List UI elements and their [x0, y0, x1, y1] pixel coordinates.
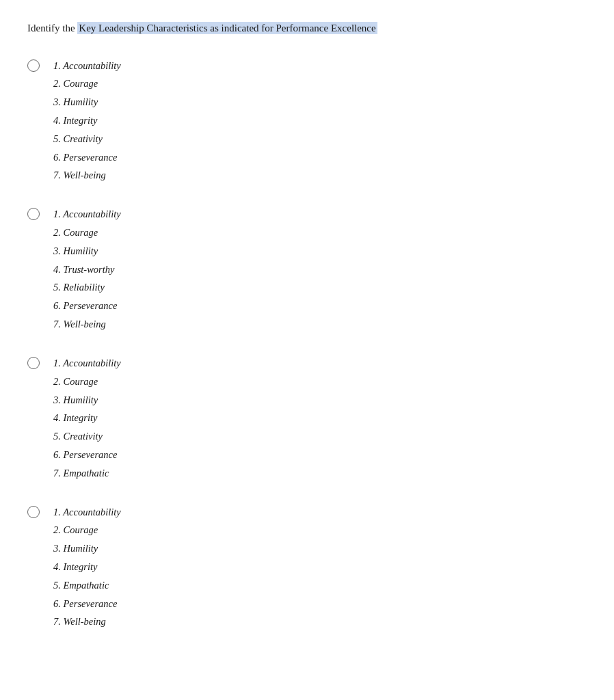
list-item: 3. Humility: [53, 391, 121, 409]
radio-button-3[interactable]: [27, 357, 40, 369]
option-row-3: 1. Accountability2. Courage3. Humility4.…: [27, 354, 587, 483]
list-item: 6. Perseverance: [53, 595, 121, 613]
list-item: 5. Creativity: [53, 427, 121, 446]
list-item: 4. Trust-worthy: [53, 260, 121, 279]
list-item: 5. Reliability: [53, 278, 121, 297]
list-item: 4. Integrity: [53, 111, 121, 130]
option-row-1: 1. Accountability2. Courage3. Humility4.…: [27, 57, 587, 185]
list-item: 1. Accountability: [53, 354, 121, 373]
option-row-4: 1. Accountability2. Courage3. Humility4.…: [27, 503, 587, 632]
list-item: 7. Well-being: [53, 166, 121, 185]
list-item: 2. Courage: [53, 373, 121, 391]
option-list-1: 1. Accountability2. Courage3. Humility4.…: [53, 57, 121, 185]
list-item: 5. Empathatic: [53, 576, 121, 595]
list-item: 5. Creativity: [53, 130, 121, 148]
list-item: 7. Well-being: [53, 612, 121, 631]
option-list-3: 1. Accountability2. Courage3. Humility4.…: [53, 354, 121, 483]
list-item: 3. Humility: [53, 539, 121, 558]
option-row-2: 1. Accountability2. Courage3. Humility4.…: [27, 205, 587, 334]
list-item: 4. Integrity: [53, 409, 121, 427]
list-item: 1. Accountability: [53, 205, 121, 224]
option-list-2: 1. Accountability2. Courage3. Humility4.…: [53, 205, 121, 334]
question-highlight: Key Leadership Characteristics as indica…: [77, 22, 377, 34]
list-item: 1. Accountability: [53, 57, 121, 75]
radio-button-4[interactable]: [27, 506, 40, 518]
radio-button-2[interactable]: [27, 208, 40, 220]
option-list-4: 1. Accountability2. Courage3. Humility4.…: [53, 503, 121, 632]
list-item: 6. Perseverance: [53, 446, 121, 464]
list-item: 1. Accountability: [53, 503, 121, 522]
list-item: 7. Empathatic: [53, 464, 121, 483]
list-item: 2. Courage: [53, 521, 121, 539]
list-item: 6. Perseverance: [53, 148, 121, 167]
question-text: Identify the Key Leadership Characterist…: [27, 21, 587, 36]
question-prefix: Identify the: [27, 23, 77, 33]
list-item: 2. Courage: [53, 224, 121, 242]
list-item: 3. Humility: [53, 242, 121, 260]
list-item: 3. Humility: [53, 93, 121, 111]
list-item: 7. Well-being: [53, 315, 121, 334]
list-item: 6. Perseverance: [53, 297, 121, 315]
radio-button-1[interactable]: [27, 59, 40, 72]
list-item: 4. Integrity: [53, 558, 121, 576]
options-container: 1. Accountability2. Courage3. Humility4.…: [27, 57, 587, 632]
list-item: 2. Courage: [53, 75, 121, 93]
